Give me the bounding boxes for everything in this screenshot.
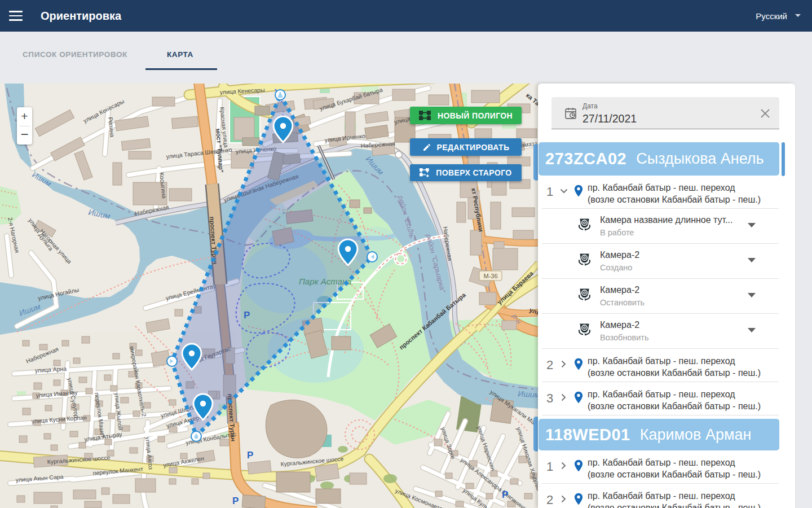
svg-text:Ишим: Ишим [518, 389, 539, 400]
svg-text:М-36: М-36 [483, 273, 497, 279]
svg-text:P: P [232, 496, 239, 506]
svg-text:P: P [247, 450, 253, 461]
svg-text:P: P [502, 489, 508, 500]
